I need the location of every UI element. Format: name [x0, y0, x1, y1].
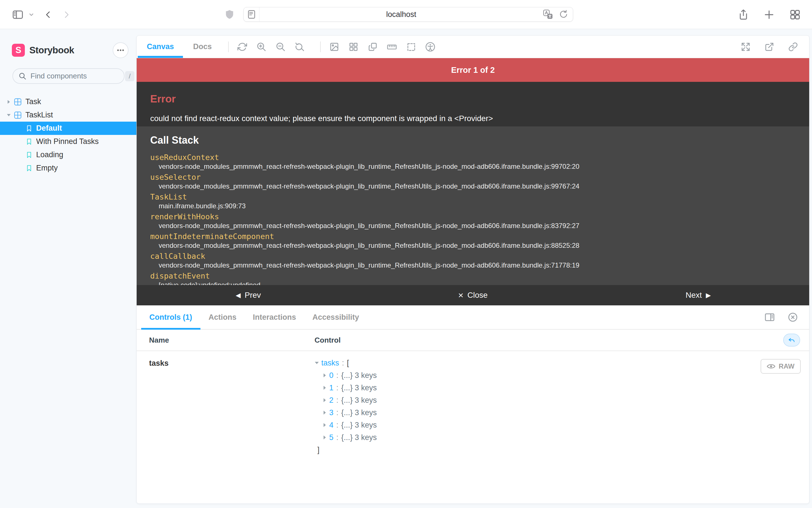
tab-accessibility[interactable]: Accessibility [304, 305, 367, 329]
close-panel-icon[interactable] [788, 312, 798, 322]
privacy-shield-icon[interactable] [225, 8, 234, 22]
json-close-bracket: ] [315, 443, 377, 456]
zoom-in-icon[interactable] [255, 41, 268, 53]
sidebar-menu-button[interactable] [113, 42, 128, 58]
brand-title: Storybook [29, 45, 113, 55]
fullscreen-icon[interactable] [741, 42, 750, 52]
expander-collapsed-icon[interactable] [6, 100, 11, 104]
storybook-logo: S [12, 44, 25, 57]
search-shortcut-badge: / [125, 71, 134, 81]
error-pagination-banner: Error 1 of 2 [137, 58, 809, 82]
column-name: Name [137, 336, 315, 345]
background-icon[interactable] [328, 41, 340, 53]
expander-expanded-icon[interactable] [6, 114, 11, 117]
prev-error-button[interactable]: ◀ Prev [236, 291, 261, 300]
search-input[interactable] [31, 72, 125, 80]
chevron-down-icon[interactable] [28, 11, 34, 18]
measure-icon[interactable] [386, 41, 398, 53]
sidebar-item-loading[interactable]: Loading [0, 148, 136, 161]
toolbar-divider [228, 41, 229, 52]
sidebar-item-tasklist[interactable]: TaskList [0, 109, 136, 122]
json-expander-collapsed-icon[interactable] [322, 386, 327, 390]
json-expander-collapsed-icon[interactable] [322, 373, 327, 377]
tab-docs[interactable]: Docs [184, 36, 221, 58]
json-item-row[interactable]: 5 : {...} 3 keys [315, 431, 377, 443]
zoom-out-icon[interactable] [275, 41, 287, 53]
back-button[interactable] [44, 10, 52, 19]
call-stack-section: Call Stack useReduxContextvendors-node_m… [137, 126, 809, 285]
toolbar-divider [320, 41, 321, 52]
sidebar-item-label: Task [26, 97, 41, 106]
json-item-row[interactable]: 0 : {...} 3 keys [315, 369, 377, 382]
share-icon[interactable] [738, 9, 749, 20]
sidebar-item-label: With Pinned Tasks [36, 137, 99, 146]
sidebar-item-default[interactable]: Default [0, 122, 136, 135]
url-text[interactable]: localhost [259, 10, 543, 19]
json-item-row[interactable]: 1 : {...} 3 keys [315, 382, 377, 394]
addon-tab-bar: Controls (1) Actions Interactions Access… [137, 305, 809, 330]
translate-icon[interactable] [543, 9, 553, 19]
new-tab-icon[interactable] [764, 9, 775, 20]
call-stack-title: Call Stack [150, 134, 796, 146]
reset-controls-button[interactable] [783, 334, 800, 347]
json-expander-collapsed-icon[interactable] [322, 411, 327, 415]
component-tree: Task TaskList Default With Pinned Tasks [0, 95, 136, 175]
accessibility-vision-icon[interactable] [424, 41, 437, 53]
arg-control-tree: tasks : [ 0 : {...} 3 keys 1 : {...} 3 k… [315, 351, 377, 504]
tab-overview-icon[interactable] [789, 9, 801, 20]
controls-table-header: Name Control [137, 330, 809, 351]
zoom-reset-icon[interactable] [294, 41, 306, 53]
arg-name: tasks [137, 351, 315, 504]
grid-icon[interactable] [347, 41, 360, 53]
column-control: Control [315, 336, 340, 345]
sidebar-toggle-icon[interactable] [12, 10, 24, 20]
next-error-button[interactable]: Next ▶ [686, 291, 710, 300]
address-bar[interactable]: localhost [243, 7, 573, 22]
next-arrow-icon: ▶ [706, 292, 711, 299]
panel-position-icon[interactable] [765, 312, 775, 322]
sidebar-item-label: Default [36, 124, 62, 133]
json-item-row[interactable]: 3 : {...} 3 keys [315, 407, 377, 419]
canvas-toolbar: Canvas Docs [137, 36, 809, 58]
tab-controls[interactable]: Controls (1) [141, 305, 200, 329]
json-item-row[interactable]: 2 : {...} 3 keys [315, 394, 377, 407]
stack-frame: renderWithHooksvendors-node_modules_pmmm… [150, 212, 796, 230]
bookmark-icon [26, 165, 32, 172]
json-expander-collapsed-icon[interactable] [322, 423, 327, 427]
tab-actions[interactable]: Actions [200, 305, 245, 329]
open-new-tab-icon[interactable] [765, 42, 774, 52]
viewport-icon[interactable] [366, 41, 379, 53]
stack-frame: useReduxContextvendors-node_modules_pmmm… [150, 153, 796, 171]
sidebar-item-empty[interactable]: Empty [0, 161, 136, 175]
close-icon: × [458, 291, 463, 299]
stack-frame: TaskListmain.iframe.bundle.js:909:73 [150, 192, 796, 210]
close-error-button[interactable]: × Close [458, 291, 488, 300]
json-expander-expanded-icon[interactable] [315, 362, 319, 364]
sidebar-item-with-pinned-tasks[interactable]: With Pinned Tasks [0, 135, 136, 148]
remount-icon[interactable] [236, 41, 248, 53]
eye-icon [767, 363, 775, 370]
search-field[interactable]: / [12, 68, 124, 84]
json-expander-collapsed-icon[interactable] [322, 398, 327, 402]
reload-icon[interactable] [559, 10, 568, 19]
forward-button[interactable] [62, 10, 71, 19]
prev-arrow-icon: ◀ [236, 292, 241, 299]
stack-frame: callCallbackvendors-node_modules_pmmmwh_… [150, 251, 796, 269]
raw-toggle-button[interactable]: RAW [761, 359, 801, 374]
bookmark-icon [26, 152, 32, 158]
outline-icon[interactable] [405, 41, 417, 53]
json-item-row[interactable]: 4 : {...} 3 keys [315, 419, 377, 431]
reader-view-icon[interactable] [244, 7, 259, 22]
sidebar-item-task[interactable]: Task [0, 95, 136, 109]
json-root-row[interactable]: tasks : [ [315, 357, 377, 369]
copy-link-icon[interactable] [788, 42, 798, 52]
json-expander-collapsed-icon[interactable] [322, 435, 327, 439]
controls-table-body: tasks tasks : [ 0 : {...} 3 keys 1 : {..… [137, 351, 809, 504]
bookmark-icon [26, 125, 32, 132]
browser-toolbar: localhost [0, 0, 812, 29]
stack-frame: mountIndeterminateComponentvendors-node_… [150, 231, 796, 250]
tab-canvas[interactable]: Canvas [138, 36, 183, 58]
component-icon [14, 98, 22, 105]
error-header: Error could not find react-redux context… [137, 82, 809, 126]
tab-interactions[interactable]: Interactions [245, 305, 304, 329]
